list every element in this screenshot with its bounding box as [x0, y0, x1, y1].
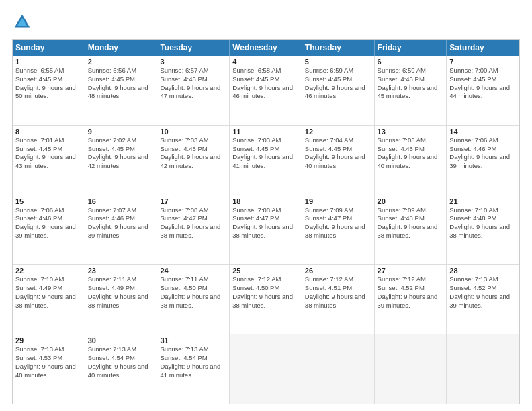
cal-cell: 13Sunrise: 7:05 AMSunset: 4:45 PMDayligh… — [375, 126, 447, 195]
cell-info: Sunrise: 7:08 AMSunset: 4:47 PMDaylight:… — [232, 206, 299, 240]
cal-cell — [375, 334, 447, 404]
cell-info: Sunrise: 7:00 AMSunset: 4:45 PMDaylight:… — [449, 66, 517, 101]
cal-cell: 1Sunrise: 6:55 AMSunset: 4:45 PMDaylight… — [13, 56, 85, 125]
cell-info: Sunrise: 7:13 AMSunset: 4:53 PMDaylight:… — [15, 345, 82, 379]
header — [12, 12, 520, 32]
day-number: 5 — [305, 58, 371, 66]
day-number: 20 — [378, 197, 444, 205]
cell-info: Sunrise: 6:56 AMSunset: 4:45 PMDaylight:… — [88, 66, 154, 101]
week-row-3: 15Sunrise: 7:06 AMSunset: 4:46 PMDayligh… — [13, 195, 519, 265]
header-day-thursday: Thursday — [302, 40, 375, 56]
cal-cell: 27Sunrise: 7:12 AMSunset: 4:52 PMDayligh… — [375, 265, 447, 334]
cal-cell: 9Sunrise: 7:02 AMSunset: 4:45 PMDaylight… — [85, 126, 158, 195]
day-number: 13 — [378, 128, 444, 136]
cal-cell: 3Sunrise: 6:57 AMSunset: 4:45 PMDaylight… — [157, 56, 230, 125]
cell-info: Sunrise: 6:57 AMSunset: 4:45 PMDaylight:… — [160, 66, 226, 101]
day-number: 8 — [15, 128, 82, 136]
cell-info: Sunrise: 7:13 AMSunset: 4:52 PMDaylight:… — [449, 275, 517, 310]
header-day-monday: Monday — [85, 40, 158, 56]
day-number: 10 — [160, 128, 226, 136]
day-number: 2 — [88, 58, 154, 66]
week-row-2: 8Sunrise: 7:01 AMSunset: 4:45 PMDaylight… — [13, 126, 519, 195]
cal-cell: 17Sunrise: 7:08 AMSunset: 4:47 PMDayligh… — [157, 195, 230, 265]
logo — [12, 12, 35, 32]
cal-cell: 19Sunrise: 7:09 AMSunset: 4:47 PMDayligh… — [302, 195, 375, 265]
cal-cell: 2Sunrise: 6:56 AMSunset: 4:45 PMDaylight… — [85, 56, 158, 125]
day-number: 27 — [378, 267, 444, 275]
cell-info: Sunrise: 7:11 AMSunset: 4:50 PMDaylight:… — [160, 275, 226, 310]
day-number: 7 — [449, 58, 517, 66]
cell-info: Sunrise: 7:07 AMSunset: 4:46 PMDaylight:… — [88, 206, 154, 240]
day-number: 11 — [232, 128, 299, 136]
header-day-friday: Friday — [375, 40, 447, 56]
header-day-tuesday: Tuesday — [157, 40, 230, 56]
cell-info: Sunrise: 7:03 AMSunset: 4:45 PMDaylight:… — [232, 136, 299, 171]
cell-info: Sunrise: 7:12 AMSunset: 4:52 PMDaylight:… — [378, 275, 444, 310]
cell-info: Sunrise: 7:12 AMSunset: 4:51 PMDaylight:… — [305, 275, 371, 310]
week-row-4: 22Sunrise: 7:10 AMSunset: 4:49 PMDayligh… — [13, 265, 519, 334]
cal-cell: 30Sunrise: 7:13 AMSunset: 4:54 PMDayligh… — [85, 334, 158, 404]
cal-cell: 15Sunrise: 7:06 AMSunset: 4:46 PMDayligh… — [13, 195, 85, 265]
cal-cell — [302, 334, 375, 404]
cal-cell: 11Sunrise: 7:03 AMSunset: 4:45 PMDayligh… — [230, 126, 302, 195]
day-number: 19 — [305, 197, 371, 205]
day-number: 18 — [232, 197, 299, 205]
day-number: 16 — [88, 197, 154, 205]
calendar-body: 1Sunrise: 6:55 AMSunset: 4:45 PMDaylight… — [13, 56, 519, 404]
day-number: 22 — [15, 267, 82, 275]
cell-info: Sunrise: 6:55 AMSunset: 4:45 PMDaylight:… — [15, 66, 82, 101]
day-number: 17 — [160, 197, 226, 205]
day-number: 24 — [160, 267, 226, 275]
cell-info: Sunrise: 7:03 AMSunset: 4:45 PMDaylight:… — [160, 136, 226, 171]
cell-info: Sunrise: 7:09 AMSunset: 4:48 PMDaylight:… — [378, 206, 444, 240]
cal-cell: 14Sunrise: 7:06 AMSunset: 4:46 PMDayligh… — [447, 126, 519, 195]
day-number: 26 — [305, 267, 371, 275]
cal-cell: 6Sunrise: 6:59 AMSunset: 4:45 PMDaylight… — [375, 56, 447, 125]
cell-info: Sunrise: 6:58 AMSunset: 4:45 PMDaylight:… — [232, 66, 299, 101]
page: SundayMondayTuesdayWednesdayThursdayFrid… — [0, 0, 532, 411]
cal-cell: 22Sunrise: 7:10 AMSunset: 4:49 PMDayligh… — [13, 265, 85, 334]
logo-icon — [12, 12, 32, 32]
cell-info: Sunrise: 7:02 AMSunset: 4:45 PMDaylight:… — [88, 136, 154, 171]
day-number: 4 — [232, 58, 299, 66]
cal-cell: 28Sunrise: 7:13 AMSunset: 4:52 PMDayligh… — [447, 265, 519, 334]
cell-info: Sunrise: 6:59 AMSunset: 4:45 PMDaylight:… — [305, 66, 371, 101]
cal-cell: 20Sunrise: 7:09 AMSunset: 4:48 PMDayligh… — [375, 195, 447, 265]
day-number: 31 — [160, 336, 226, 345]
cell-info: Sunrise: 7:13 AMSunset: 4:54 PMDaylight:… — [160, 345, 226, 379]
week-row-1: 1Sunrise: 6:55 AMSunset: 4:45 PMDaylight… — [13, 56, 519, 126]
cal-cell: 25Sunrise: 7:12 AMSunset: 4:50 PMDayligh… — [230, 265, 302, 334]
cal-cell: 4Sunrise: 6:58 AMSunset: 4:45 PMDaylight… — [230, 56, 302, 125]
day-number: 29 — [15, 336, 82, 345]
day-number: 21 — [449, 197, 517, 205]
cal-cell: 23Sunrise: 7:11 AMSunset: 4:49 PMDayligh… — [85, 265, 158, 334]
header-day-wednesday: Wednesday — [230, 40, 302, 56]
cell-info: Sunrise: 7:11 AMSunset: 4:49 PMDaylight:… — [88, 275, 154, 310]
cell-info: Sunrise: 7:10 AMSunset: 4:48 PMDaylight:… — [449, 206, 517, 240]
cal-cell: 29Sunrise: 7:13 AMSunset: 4:53 PMDayligh… — [13, 334, 85, 404]
cell-info: Sunrise: 7:05 AMSunset: 4:45 PMDaylight:… — [378, 136, 444, 171]
cal-cell: 7Sunrise: 7:00 AMSunset: 4:45 PMDaylight… — [447, 56, 519, 125]
cal-cell: 18Sunrise: 7:08 AMSunset: 4:47 PMDayligh… — [230, 195, 302, 265]
day-number: 23 — [88, 267, 154, 275]
day-number: 12 — [305, 128, 371, 136]
header-day-sunday: Sunday — [13, 40, 85, 56]
calendar: SundayMondayTuesdayWednesdayThursdayFrid… — [12, 39, 520, 404]
cell-info: Sunrise: 6:59 AMSunset: 4:45 PMDaylight:… — [378, 66, 444, 101]
cal-cell: 8Sunrise: 7:01 AMSunset: 4:45 PMDaylight… — [13, 126, 85, 195]
day-number: 3 — [160, 58, 226, 66]
day-number: 15 — [15, 197, 82, 205]
cell-info: Sunrise: 7:08 AMSunset: 4:47 PMDaylight:… — [160, 206, 226, 240]
day-number: 25 — [232, 267, 299, 275]
day-number: 30 — [88, 336, 154, 345]
day-number: 28 — [449, 267, 517, 275]
cal-cell — [230, 334, 302, 404]
cal-cell: 26Sunrise: 7:12 AMSunset: 4:51 PMDayligh… — [302, 265, 375, 334]
cell-info: Sunrise: 7:01 AMSunset: 4:45 PMDaylight:… — [15, 136, 82, 171]
cell-info: Sunrise: 7:09 AMSunset: 4:47 PMDaylight:… — [305, 206, 371, 240]
cell-info: Sunrise: 7:04 AMSunset: 4:45 PMDaylight:… — [305, 136, 371, 171]
calendar-header: SundayMondayTuesdayWednesdayThursdayFrid… — [13, 40, 519, 56]
cal-cell: 24Sunrise: 7:11 AMSunset: 4:50 PMDayligh… — [157, 265, 230, 334]
cell-info: Sunrise: 7:06 AMSunset: 4:46 PMDaylight:… — [15, 206, 82, 240]
week-row-5: 29Sunrise: 7:13 AMSunset: 4:53 PMDayligh… — [13, 334, 519, 404]
